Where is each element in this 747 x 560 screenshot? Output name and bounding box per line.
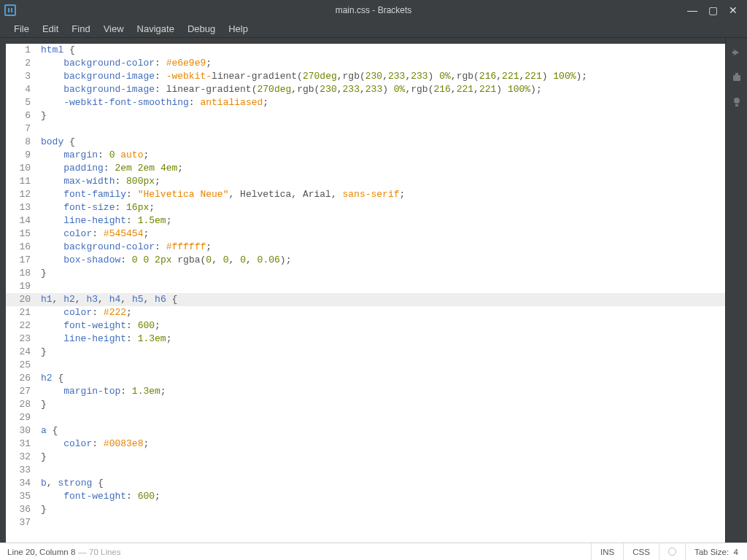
code-content[interactable]: background-color: #e6e9e9;: [41, 57, 725, 70]
code-line[interactable]: 31 color: #0083e8;: [6, 438, 725, 451]
menu-file[interactable]: File: [7, 21, 36, 36]
code-content[interactable]: font-family: "Helvetica Neue", Helvetica…: [41, 188, 725, 201]
code-line[interactable]: 3 background-image: -webkit-linear-gradi…: [6, 70, 725, 83]
code-line[interactable]: 5 -webkit-font-smoothing: antialiased;: [6, 96, 725, 109]
live-preview-icon[interactable]: [731, 47, 743, 58]
code-line[interactable]: 23 line-height: 1.3em;: [6, 332, 725, 346]
code-line[interactable]: 17 box-shadow: 0 0 2px rgba(0, 0, 0, 0.0…: [6, 254, 725, 267]
code-content[interactable]: }: [41, 503, 725, 516]
code-line[interactable]: 19: [6, 280, 725, 293]
menu-debug[interactable]: Debug: [181, 21, 222, 36]
code-line[interactable]: 27 margin-top: 1.3em;: [6, 385, 725, 398]
code-content[interactable]: [41, 464, 725, 477]
menu-navigate[interactable]: Navigate: [131, 21, 181, 36]
code-line[interactable]: 24}: [6, 346, 725, 359]
code-content[interactable]: -webkit-font-smoothing: antialiased;: [41, 96, 725, 109]
code-content[interactable]: font-weight: 600;: [41, 319, 725, 332]
menu-edit[interactable]: Edit: [36, 21, 65, 36]
code-content[interactable]: background-color: #ffffff;: [41, 241, 725, 254]
code-line[interactable]: 33: [6, 464, 725, 477]
code-content[interactable]: line-height: 1.5em;: [41, 214, 725, 228]
code-content[interactable]: font-weight: 600;: [41, 490, 725, 503]
code-line[interactable]: 9 margin: 0 auto;: [6, 149, 725, 162]
code-content[interactable]: line-height: 1.3em;: [41, 332, 725, 346]
status-lint-indicator[interactable]: [659, 543, 685, 560]
code-line[interactable]: 16 background-color: #ffffff;: [6, 241, 725, 254]
code-line[interactable]: 28}: [6, 398, 725, 411]
status-tabsize[interactable]: Tab Size: 4: [685, 543, 747, 560]
line-number: 29: [6, 411, 41, 424]
code-line[interactable]: 2 background-color: #e6e9e9;: [6, 57, 725, 70]
code-content[interactable]: html {: [41, 44, 725, 57]
code-line[interactable]: 36}: [6, 503, 725, 516]
code-line[interactable]: 14 line-height: 1.5em;: [6, 214, 725, 228]
code-content[interactable]: [41, 359, 725, 372]
status-cursor[interactable]: Line 20, Column 8: [7, 548, 75, 556]
code-line[interactable]: 32}: [6, 451, 725, 464]
code-line[interactable]: 10 padding: 2em 2em 4em;: [6, 162, 725, 175]
code-content[interactable]: }: [41, 398, 725, 411]
code-content[interactable]: h1, h2, h3, h4, h5, h6 {: [41, 293, 725, 306]
statusbar: Line 20, Column 8 — 70 Lines INS CSS Tab…: [0, 542, 747, 560]
code-line[interactable]: 22 font-weight: 600;: [6, 319, 725, 332]
code-content[interactable]: h2 {: [41, 372, 725, 385]
code-content[interactable]: [41, 516, 725, 529]
code-line[interactable]: 21 color: #222;: [6, 306, 725, 319]
line-number: 21: [6, 306, 41, 319]
code-content[interactable]: }: [41, 267, 725, 280]
maximize-icon[interactable]: ▢: [708, 4, 718, 16]
code-content[interactable]: }: [41, 346, 725, 359]
code-line[interactable]: 12 font-family: "Helvetica Neue", Helvet…: [6, 188, 725, 201]
status-insert-mode[interactable]: INS: [591, 543, 623, 560]
line-number: 16: [6, 241, 41, 254]
code-line[interactable]: 35 font-weight: 600;: [6, 490, 725, 503]
code-content[interactable]: background-image: linear-gradient(270deg…: [41, 83, 725, 96]
code-content[interactable]: color: #222;: [41, 306, 725, 319]
menu-view[interactable]: View: [97, 21, 131, 36]
code-editor[interactable]: 1html {2 background-color: #e6e9e9;3 bac…: [6, 44, 725, 542]
code-line[interactable]: 13 font-size: 16px;: [6, 201, 725, 214]
code-content[interactable]: margin: 0 auto;: [41, 149, 725, 162]
code-content[interactable]: [41, 280, 725, 293]
code-content[interactable]: [41, 122, 725, 136]
code-line[interactable]: 29: [6, 411, 725, 424]
status-language[interactable]: CSS: [623, 543, 659, 560]
code-content[interactable]: a {: [41, 424, 725, 438]
minimize-icon[interactable]: —: [687, 4, 697, 16]
code-line[interactable]: 20h1, h2, h3, h4, h5, h6 {: [6, 293, 725, 306]
code-line[interactable]: 6}: [6, 109, 725, 122]
code-line[interactable]: 1html {: [6, 44, 725, 57]
code-content[interactable]: max-width: 800px;: [41, 175, 725, 188]
code-line[interactable]: 26h2 {: [6, 372, 725, 385]
code-content[interactable]: padding: 2em 2em 4em;: [41, 162, 725, 175]
extensions-icon[interactable]: [731, 71, 743, 83]
close-icon[interactable]: ✕: [728, 4, 738, 16]
code-line[interactable]: 11 max-width: 800px;: [6, 175, 725, 188]
editor-scroll[interactable]: 1html {2 background-color: #e6e9e9;3 bac…: [6, 44, 725, 542]
code-content[interactable]: font-size: 16px;: [41, 201, 725, 214]
menu-help[interactable]: Help: [222, 21, 255, 36]
code-line[interactable]: 18}: [6, 267, 725, 280]
code-content[interactable]: }: [41, 451, 725, 464]
code-content[interactable]: b, strong {: [41, 477, 725, 490]
code-content[interactable]: [41, 411, 725, 424]
code-line[interactable]: 37: [6, 516, 725, 529]
side-toolbar: [725, 38, 747, 542]
code-content[interactable]: body {: [41, 136, 725, 149]
code-line[interactable]: 34b, strong {: [6, 477, 725, 490]
code-line[interactable]: 25: [6, 359, 725, 372]
code-line[interactable]: 15 color: #545454;: [6, 228, 725, 241]
code-content[interactable]: margin-top: 1.3em;: [41, 385, 725, 398]
menu-find[interactable]: Find: [65, 21, 96, 36]
code-line[interactable]: 7: [6, 122, 725, 136]
code-line[interactable]: 30a {: [6, 424, 725, 438]
code-line[interactable]: 4 background-image: linear-gradient(270d…: [6, 83, 725, 96]
code-content[interactable]: box-shadow: 0 0 2px rgba(0, 0, 0, 0.06);: [41, 254, 725, 267]
code-content[interactable]: background-image: -webkit-linear-gradien…: [41, 70, 725, 83]
code-content[interactable]: color: #545454;: [41, 228, 725, 241]
lightbulb-icon[interactable]: [731, 96, 743, 108]
line-number: 10: [6, 162, 41, 175]
code-content[interactable]: color: #0083e8;: [41, 438, 725, 451]
code-line[interactable]: 8body {: [6, 136, 725, 149]
code-content[interactable]: }: [41, 109, 725, 122]
